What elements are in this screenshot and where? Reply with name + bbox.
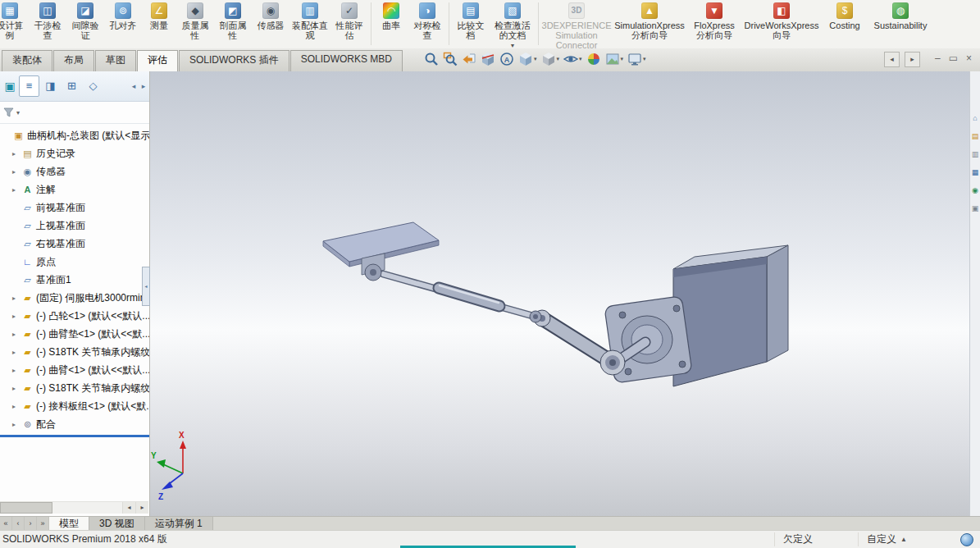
ribbon-button-simulationxpress[interactable]: ▲SimulationXpress 分析向导 (613, 2, 686, 41)
ribbon-button-performance-evaluation[interactable]: ✓性能评估 (331, 2, 367, 41)
tab-scroll-prev-icon[interactable]: ‹ (12, 517, 25, 531)
dropdown-caret-icon[interactable]: ▾ (534, 56, 537, 62)
expand-arrow-icon[interactable]: ▸ (12, 295, 21, 302)
ribbon-button-costing[interactable]: $Costing (823, 2, 867, 31)
minimize-button[interactable]: – (935, 52, 941, 65)
previous-view-button[interactable] (461, 51, 477, 67)
expand-arrow-icon[interactable]: ▸ (12, 168, 21, 176)
tree-row-front-plane[interactable]: ▱前视基准面 (0, 199, 149, 217)
tree-horizontal-scrollbar[interactable]: ◂ ▸ (0, 501, 148, 514)
ribbon-button-sustainability[interactable]: ◍Sustainability (868, 2, 932, 31)
solidworks-resources-icon[interactable]: ⌂ (973, 114, 977, 122)
dropdown-caret-icon[interactable]: ▾ (16, 109, 20, 116)
tree-row-assembly-root[interactable]: ▣曲柄机构-总装图 (默认<显示... (0, 126, 149, 144)
expand-arrow-icon[interactable]: ▸ (12, 150, 21, 158)
tree-row-rod-end-bearing-2[interactable]: ▸▰(-) S18TK 关节轴承内螺纹... (0, 379, 149, 397)
ribbon-button-sensor[interactable]: ◉传感器 (253, 2, 289, 31)
tab-3d-views[interactable]: 3D 视图 (89, 517, 145, 531)
expand-arrow-icon[interactable]: ▸ (12, 313, 21, 320)
ribbon-button-symmetry-check[interactable]: ◑对称检查 (409, 2, 445, 41)
graphics-viewport[interactable]: X Y Z (150, 71, 970, 517)
dropdown-caret-icon[interactable]: ▾ (643, 56, 646, 62)
panel-chevron-left-icon[interactable]: ◂ (130, 76, 138, 96)
tab-solidworks-mbd[interactable]: SOLIDWORKS MBD (290, 50, 403, 71)
view-palette-icon[interactable]: ▦ (972, 168, 979, 176)
ribbon-button-floxpress[interactable]: ▼FloXpress 分析向导 (688, 2, 741, 41)
tab-evaluate[interactable]: 评估 (137, 50, 178, 71)
featuremanager-tab[interactable]: ≡ (19, 75, 39, 97)
panel-chevron-right-icon[interactable]: ▸ (139, 76, 148, 96)
expand-arrow-icon[interactable]: ▸ (12, 385, 21, 392)
tree-row-cam[interactable]: ▸▰(-) 凸轮<1> (默认<<默认... (0, 307, 149, 325)
ribbon-button-curvature[interactable]: ◠曲率 (375, 2, 408, 31)
tab-scroll-next-icon[interactable]: › (25, 517, 37, 531)
ribbon-button-assembly-visualization[interactable]: ▥装配体直观 (290, 2, 330, 41)
appearances-scenes-icon[interactable]: ◉ (972, 186, 978, 194)
ribbon-button-interference-check[interactable]: ◫干涉检查 (30, 2, 66, 41)
tree-row-servo-motor[interactable]: ▸▰(固定) 伺服电机3000rmin... (0, 289, 149, 307)
edit-appearance-button[interactable] (586, 51, 602, 67)
hide-show-items-button[interactable]: ▾ (563, 51, 583, 67)
scrollbar-thumb[interactable] (0, 502, 52, 514)
restore-button[interactable]: ▭ (949, 52, 958, 65)
tree-filter-row[interactable]: ▾ (0, 102, 149, 124)
scroll-right-icon[interactable]: ▸ (135, 502, 148, 514)
expand-arrow-icon[interactable]: ▸ (12, 186, 21, 194)
tab-motion-study-1[interactable]: 运动算例 1 (145, 517, 213, 531)
tree-row-crank-arm[interactable]: ▸▰(-) 曲臂<1> (默认<<默认... (0, 361, 149, 379)
dropdown-caret-icon[interactable]: ▾ (579, 56, 582, 62)
dropdown-caret-icon[interactable]: ▾ (621, 56, 624, 62)
tree-row-top-plane[interactable]: ▱上视基准面 (0, 217, 149, 235)
view-orientation-button[interactable]: ▾ (517, 51, 538, 67)
expand-arrow-icon[interactable]: ▸ (12, 349, 21, 356)
zoom-to-area-button[interactable] (442, 51, 458, 67)
tree-row-mates[interactable]: ▸⊚配合 (0, 415, 149, 433)
ribbon-button-section-properties[interactable]: ◩剖面属性 (215, 2, 251, 41)
tree-row-receiving-plate[interactable]: ▸▰(-) 接料板组<1> (默认<默... (0, 397, 149, 415)
zoom-to-fit-button[interactable] (423, 51, 440, 67)
ribbon-button-measure[interactable]: ∠测量 (143, 2, 175, 31)
next-document-button[interactable]: ▸ (905, 52, 920, 67)
tab-scroll-first-icon[interactable]: « (0, 517, 12, 531)
expand-arrow-icon[interactable]: ▸ (12, 421, 21, 428)
section-view-button[interactable] (480, 51, 496, 67)
scrollbar-track[interactable] (52, 502, 122, 514)
globe-icon[interactable] (960, 533, 973, 546)
expand-arrow-icon[interactable]: ▸ (12, 331, 21, 338)
tab-scroll-last-icon[interactable]: » (37, 517, 49, 531)
apply-scene-button[interactable]: ▾ (604, 51, 625, 67)
dimxpertmanager-tab[interactable]: ◇ (83, 75, 103, 97)
design-library-icon[interactable]: ▤ (972, 132, 979, 140)
tree-row-crank-pad[interactable]: ▸▰(-) 曲臂垫<1> (默认<<默... (0, 325, 149, 343)
custom-scale-button[interactable]: 自定义▲ (858, 532, 915, 546)
dropdown-caret-icon[interactable]: ▾ (557, 56, 560, 62)
propertymanager-tab[interactable]: ◨ (40, 75, 61, 97)
tab-sketch[interactable]: 草图 (95, 50, 136, 71)
scroll-left-icon[interactable]: ◂ (122, 502, 135, 514)
tree-row-annotations[interactable]: ▸A注解 (0, 180, 149, 199)
tab-solidworks-addins[interactable]: SOLIDWORKS 插件 (179, 50, 289, 71)
ribbon-button-compare-documents[interactable]: ▤比较文档 (453, 2, 489, 41)
rollback-bar[interactable] (0, 435, 149, 437)
ribbon-button-hole-alignment[interactable]: ⊚孔对齐 (105, 2, 141, 31)
custom-properties-icon[interactable]: ▣ (972, 204, 979, 212)
display-style-button[interactable]: ▾ (540, 51, 561, 67)
tree-row-plane1[interactable]: ▱基准面1 (0, 271, 149, 289)
expand-arrow-icon[interactable]: ▸ (12, 403, 21, 410)
ribbon-button-design-study[interactable]: ▦设计算例 (0, 2, 28, 41)
tree-row-right-plane[interactable]: ▱右视基准面 (0, 235, 149, 253)
expand-arrow-icon[interactable]: ▸ (12, 367, 21, 374)
model-connecting-rod[interactable] (383, 274, 541, 322)
tree-row-origin[interactable]: ∟原点 (0, 253, 149, 271)
tab-layout[interactable]: 布局 (53, 50, 94, 71)
tree-row-history[interactable]: ▸▤历史记录 (0, 144, 149, 162)
panel-collapse-button[interactable]: ◂ (142, 267, 150, 306)
tree-row-sensors[interactable]: ▸◉传感器 (0, 162, 149, 180)
file-explorer-icon[interactable]: ▥ (972, 150, 979, 158)
view-settings-button[interactable]: ▾ (627, 51, 647, 67)
ribbon-button-clearance-verification[interactable]: ◪间隙验证 (67, 2, 103, 41)
previous-document-button[interactable]: ◂ (884, 52, 900, 67)
ribbon-button-mass-properties[interactable]: ◆质量属性 (177, 2, 213, 41)
ribbon-button-driveworksxpress[interactable]: ◧DriveWorksXpress 向导 (742, 2, 821, 41)
tab-assembly[interactable]: 装配体 (2, 50, 52, 71)
